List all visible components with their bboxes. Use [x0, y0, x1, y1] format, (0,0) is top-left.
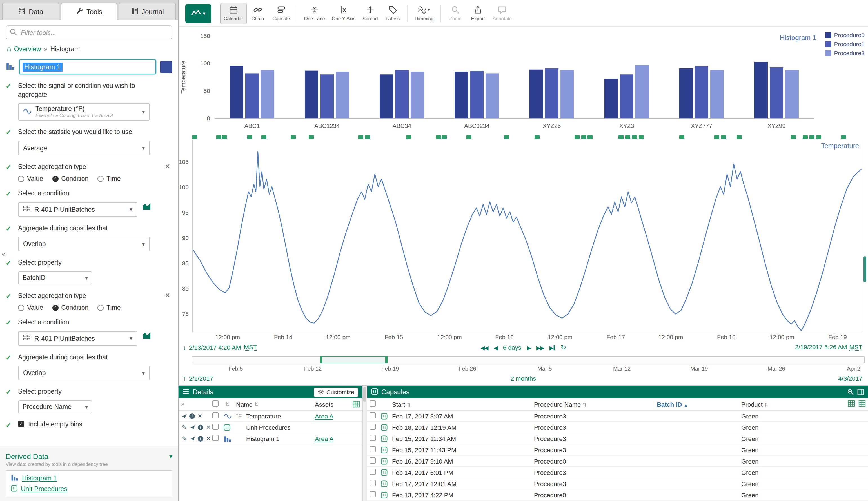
column-header-start[interactable]: Start⇅ — [392, 401, 534, 407]
range-end[interactable]: 2/19/2017 5:26 AM — [795, 343, 847, 351]
row-checkbox[interactable] — [369, 469, 376, 475]
y-axis-scrollbar[interactable] — [864, 256, 866, 282]
collapse-left-handle[interactable]: « — [2, 250, 6, 258]
derived-item[interactable]: Unit Procedures — [11, 485, 167, 493]
derived-item[interactable]: Histogram 1 — [11, 474, 167, 483]
timebar-selection[interactable] — [320, 356, 387, 363]
remove-icon[interactable]: ✕ — [205, 424, 212, 430]
column-header-product[interactable]: Product⇅ — [741, 401, 839, 407]
remove-icon[interactable]: ✕ — [196, 413, 203, 419]
toolbar-button-spread[interactable]: Spread — [359, 2, 381, 24]
table-row[interactable]: Feb 17, 2017 12:01 AMProcedure3Green — [367, 478, 868, 489]
radio-condition[interactable]: ✓Condition — [52, 175, 88, 182]
range-start-arrow-icon[interactable]: ↓ — [183, 344, 186, 351]
jump-back-icon[interactable]: ◀◀ — [481, 344, 488, 351]
toolbar-button-calendar[interactable]: Calendar — [220, 2, 246, 24]
table-row[interactable]: Feb 15, 2017 11:43 PMProcedure3Green — [367, 444, 868, 456]
customize-button[interactable]: Customize — [314, 387, 358, 397]
view-selector-button[interactable]: ▾ — [185, 4, 211, 23]
breadcrumb-overview-link[interactable]: Overview — [14, 45, 41, 52]
filter-tools-input[interactable] — [6, 25, 172, 40]
investigate-start-arrow-icon[interactable]: ↑ — [183, 375, 186, 382]
panel-toggle-icon[interactable] — [857, 388, 864, 395]
row-checkbox[interactable] — [369, 435, 376, 441]
tab-tools[interactable]: Tools — [61, 3, 117, 20]
toolbar-button-capsule[interactable]: Capsule — [269, 2, 293, 24]
toolbar-button-export[interactable]: Export — [467, 2, 489, 24]
info-icon[interactable]: i — [198, 436, 203, 441]
table-row[interactable]: i✕°FTemperatureArea A — [179, 411, 362, 422]
zoom-capsules-icon[interactable] — [847, 388, 854, 395]
radio-time[interactable]: Time — [97, 175, 120, 182]
area-chart-icon[interactable] — [142, 202, 151, 212]
row-checkbox[interactable] — [212, 412, 218, 418]
pin-icon[interactable] — [181, 413, 187, 419]
remove-icon[interactable]: ✕ — [205, 435, 212, 442]
asset-link[interactable]: Area A — [315, 435, 333, 442]
toolbar-button-labels[interactable]: Labels — [381, 2, 404, 24]
investigate-start[interactable]: 2/1/2017 — [189, 375, 213, 382]
table-row[interactable]: Feb 18, 2017 12:19 AMProcedure3Green — [367, 422, 868, 433]
row-checkbox[interactable] — [369, 480, 376, 486]
add-column-icon[interactable] — [858, 400, 866, 408]
sort-icon[interactable]: ⇅ — [225, 401, 229, 407]
timebar-track[interactable] — [192, 356, 865, 363]
row-checkbox[interactable] — [369, 457, 376, 463]
column-header-assets[interactable]: Assets — [315, 401, 350, 407]
investigate-end[interactable]: 4/3/2017 — [838, 375, 862, 382]
jump-forward-icon[interactable]: ▶▶ — [536, 344, 544, 351]
edit-icon[interactable]: ✎ — [181, 435, 187, 442]
table-row[interactable]: Feb 13, 2017 4:22 PMProcedure0Green — [367, 489, 868, 501]
column-header-procedure-name[interactable]: Procedure Name⇅ — [534, 401, 657, 407]
property-select[interactable]: Procedure Name ▾ — [18, 400, 93, 413]
table-row[interactable]: Feb 15, 2017 11:34 AMProcedure3Green — [367, 433, 868, 444]
remove-section-icon[interactable]: ✕ — [165, 162, 170, 170]
add-column-icon[interactable] — [848, 400, 855, 408]
tool-name-input[interactable]: Histogram 1 — [19, 59, 156, 74]
step-back-icon[interactable]: ◀ — [493, 344, 497, 351]
select-all-checkbox[interactable] — [369, 401, 376, 407]
table-row[interactable]: ✎i✕Histogram 1Area A — [179, 433, 362, 444]
panel-splitter[interactable] — [362, 386, 367, 501]
table-row[interactable]: Feb 17, 2017 8:07 AMProcedure3Green — [367, 411, 868, 422]
range-start[interactable]: 2/13/2017 4:20 AM — [189, 344, 241, 351]
property-select[interactable]: BatchID ▾ — [18, 271, 93, 284]
table-row[interactable]: ✎i✕Unit Procedures — [179, 422, 362, 433]
statistic-select[interactable]: Average ▾ — [18, 140, 150, 155]
remove-all-icon[interactable]: ✕ — [181, 401, 212, 407]
pin-icon[interactable] — [189, 435, 196, 442]
edit-icon[interactable]: ✎ — [181, 424, 187, 430]
pin-icon[interactable] — [189, 424, 196, 430]
info-icon[interactable]: i — [189, 413, 195, 419]
area-chart-icon[interactable] — [142, 331, 151, 341]
row-checkbox[interactable] — [369, 424, 376, 430]
step-to-end-icon[interactable]: ▶ — [549, 344, 555, 351]
info-icon[interactable]: i — [198, 424, 203, 430]
table-row[interactable]: Feb 16, 2017 9:10 AMProcedure0Green — [367, 456, 868, 467]
radio-value[interactable]: Value — [18, 175, 43, 182]
select-all-checkbox[interactable] — [212, 401, 218, 407]
toolbar-button-dimming[interactable]: ▾Dimming — [411, 2, 437, 24]
color-swatch-button[interactable] — [160, 61, 172, 73]
asset-link[interactable]: Area A — [315, 413, 333, 419]
row-checkbox[interactable] — [212, 435, 218, 441]
condition-select[interactable]: R-401 PIUnitBatches ▾ — [18, 331, 137, 345]
row-checkbox[interactable] — [369, 412, 376, 418]
toolbar-button-chain[interactable]: Chain — [246, 2, 269, 24]
step-forward-icon[interactable]: ▶ — [527, 344, 531, 351]
investigate-duration[interactable]: 2 months — [511, 375, 536, 382]
signal-select[interactable]: Temperature (°F) Example » Cooling Tower… — [18, 103, 150, 120]
radio-time[interactable]: Time — [97, 304, 120, 311]
row-checkbox[interactable] — [369, 491, 376, 497]
condition-select[interactable]: R-401 PIUnitBatches ▾ — [18, 202, 137, 216]
add-column-icon[interactable] — [350, 401, 360, 408]
range-end-timezone[interactable]: MST — [849, 343, 862, 351]
range-start-timezone[interactable]: MST — [244, 343, 257, 351]
range-duration[interactable]: 6 days — [503, 344, 521, 351]
column-header-name[interactable]: Name⇅ — [236, 401, 315, 407]
include-empty-bins-checkbox[interactable]: ✓ Include empty bins — [18, 420, 172, 427]
radio-value[interactable]: Value — [18, 304, 43, 311]
overlap-select[interactable]: Overlap ▾ — [18, 365, 150, 380]
home-icon[interactable]: ⌂ — [7, 45, 11, 52]
toolbar-button-one-lane[interactable]: One Lane — [300, 2, 329, 24]
